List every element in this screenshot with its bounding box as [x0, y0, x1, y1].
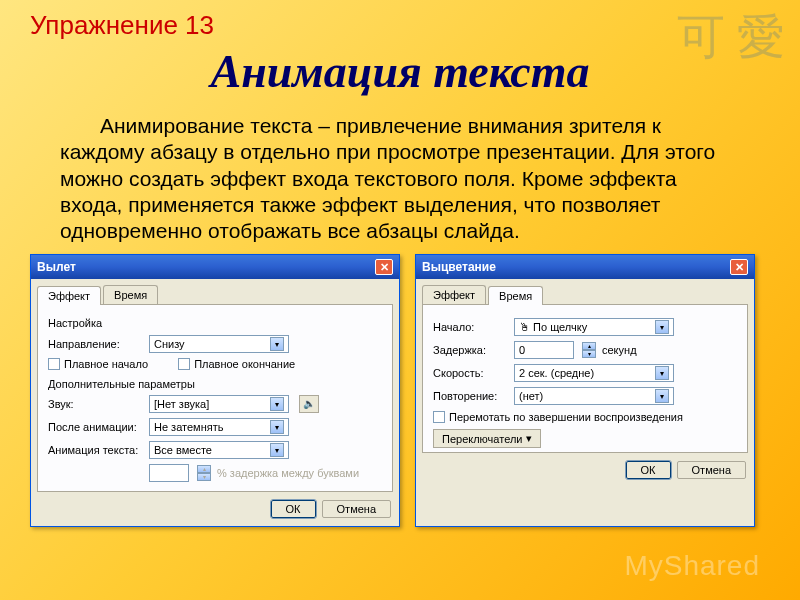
- spin-up-icon[interactable]: ▴: [582, 342, 596, 350]
- exercise-label: Упражнение 13: [30, 10, 214, 41]
- chevron-down-icon: ▾: [526, 432, 532, 445]
- text-anim-value: Все вместе: [154, 444, 212, 456]
- body-paragraph: Анимирование текста – привлечение вниман…: [60, 113, 740, 244]
- delay-field: [149, 464, 189, 482]
- text-anim-combo[interactable]: Все вместе ▾: [149, 441, 289, 459]
- chevron-down-icon[interactable]: ▾: [655, 389, 669, 403]
- toggles-button[interactable]: Переключатели ▾: [433, 429, 541, 448]
- delay-label: Задержка:: [433, 344, 508, 356]
- chevron-down-icon[interactable]: ▾: [270, 337, 284, 351]
- tab-effect[interactable]: Эффект: [37, 286, 101, 305]
- tab-time[interactable]: Время: [103, 285, 158, 304]
- chevron-down-icon[interactable]: ▾: [270, 420, 284, 434]
- close-icon[interactable]: ✕: [730, 259, 748, 275]
- decor-chars: 可 愛: [677, 5, 785, 69]
- tab-effect[interactable]: Эффект: [422, 285, 486, 304]
- cancel-button[interactable]: Отмена: [322, 500, 391, 518]
- start-value: 🖱 По щелчку: [519, 321, 587, 333]
- titlebar[interactable]: Выцветание ✕: [416, 255, 754, 279]
- speaker-icon[interactable]: 🔈: [299, 395, 319, 413]
- after-combo[interactable]: Не затемнять ▾: [149, 418, 289, 436]
- rewind-checkbox[interactable]: Перемотать по завершении воспроизведения: [433, 411, 737, 423]
- start-combo[interactable]: 🖱 По щелчку ▾: [514, 318, 674, 336]
- rewind-label: Перемотать по завершении воспроизведения: [449, 411, 683, 423]
- direction-value: Снизу: [154, 338, 185, 350]
- repeat-value: (нет): [519, 390, 543, 402]
- ok-button[interactable]: ОК: [271, 500, 316, 518]
- chevron-down-icon[interactable]: ▾: [270, 443, 284, 457]
- direction-combo[interactable]: Снизу ▾: [149, 335, 289, 353]
- smooth-start-checkbox[interactable]: Плавное начало: [48, 358, 148, 370]
- speed-label: Скорость:: [433, 367, 508, 379]
- group-settings: Настройка: [48, 317, 382, 329]
- repeat-combo[interactable]: (нет) ▾: [514, 387, 674, 405]
- speed-combo[interactable]: 2 сек. (средне) ▾: [514, 364, 674, 382]
- text-anim-label: Анимация текста:: [48, 444, 143, 456]
- dialog-title: Вылет: [37, 260, 76, 274]
- sound-value: [Нет звука]: [154, 398, 209, 410]
- start-label: Начало:: [433, 321, 508, 333]
- after-label: После анимации:: [48, 421, 143, 433]
- spin-down-icon[interactable]: ▾: [582, 350, 596, 358]
- toggles-label: Переключатели: [442, 433, 522, 445]
- titlebar[interactable]: Вылет ✕: [31, 255, 399, 279]
- dialog-vylet: Вылет ✕ Эффект Время Настройка Направлен…: [30, 254, 400, 527]
- chevron-down-icon[interactable]: ▾: [655, 320, 669, 334]
- smooth-end-label: Плавное окончание: [194, 358, 295, 370]
- speed-value: 2 сек. (средне): [519, 367, 594, 379]
- sound-combo[interactable]: [Нет звука] ▾: [149, 395, 289, 413]
- repeat-label: Повторение:: [433, 390, 508, 402]
- close-icon[interactable]: ✕: [375, 259, 393, 275]
- after-value: Не затемнять: [154, 421, 223, 433]
- ok-button[interactable]: ОК: [626, 461, 671, 479]
- checkbox-icon[interactable]: [48, 358, 60, 370]
- chevron-down-icon[interactable]: ▾: [655, 366, 669, 380]
- direction-label: Направление:: [48, 338, 143, 350]
- delay-hint: % задержка между буквами: [217, 467, 359, 479]
- mouse-icon: 🖱: [519, 321, 530, 333]
- smooth-start-label: Плавное начало: [64, 358, 148, 370]
- cancel-button[interactable]: Отмена: [677, 461, 746, 479]
- chevron-down-icon[interactable]: ▾: [270, 397, 284, 411]
- dialog-vytsvetanie: Выцветание ✕ Эффект Время Начало: 🖱 По щ…: [415, 254, 755, 527]
- group-extra: Дополнительные параметры: [48, 378, 382, 390]
- spin-up-icon: ▴: [197, 465, 211, 473]
- sound-label: Звук:: [48, 398, 143, 410]
- spin-down-icon: ▾: [197, 473, 211, 481]
- smooth-end-checkbox[interactable]: Плавное окончание: [178, 358, 295, 370]
- tab-time[interactable]: Время: [488, 286, 543, 305]
- checkbox-icon[interactable]: [433, 411, 445, 423]
- checkbox-icon[interactable]: [178, 358, 190, 370]
- dialog-title: Выцветание: [422, 260, 496, 274]
- watermark: MyShared: [624, 550, 760, 582]
- delay-unit: секунд: [602, 344, 637, 356]
- delay-field[interactable]: 0: [514, 341, 574, 359]
